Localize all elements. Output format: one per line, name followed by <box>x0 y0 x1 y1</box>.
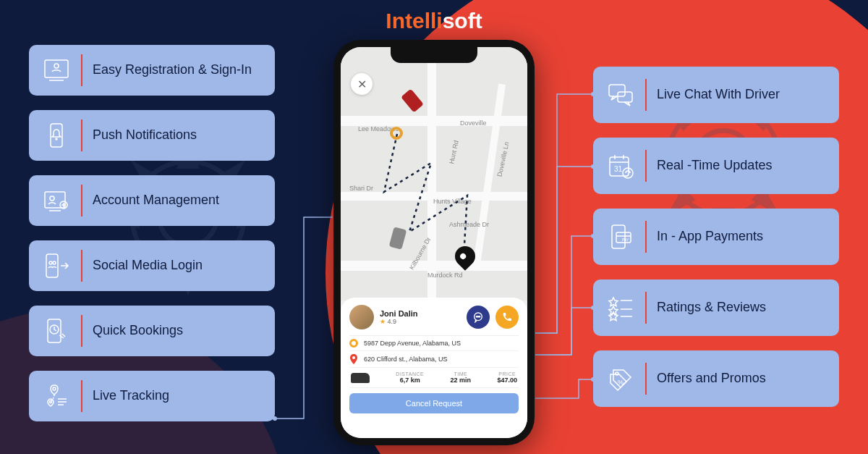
call-driver-button[interactable] <box>495 306 519 329</box>
feature-label: Quick Bookings <box>93 323 183 339</box>
divider <box>645 150 647 182</box>
feature-label: Real -Time Updates <box>657 158 772 174</box>
cancel-request-button[interactable]: Cancel Request <box>349 393 519 413</box>
divider <box>645 221 647 253</box>
map-label: Murdock Rd <box>427 272 463 279</box>
pickup-address-row: 5987 Depp Avenue, Alabama, US <box>349 336 519 351</box>
feature-label: Offers and Promos <box>657 371 766 387</box>
live-tracking-icon <box>39 379 74 413</box>
svg-point-20 <box>49 261 52 264</box>
divider <box>81 119 82 151</box>
feature-social-login: Social Media Login <box>29 240 275 291</box>
divider <box>81 250 82 282</box>
svg-rect-26 <box>609 85 625 96</box>
feature-offers-promos: % Offers and Promos <box>593 350 839 407</box>
feature-in-app-payments: PAY In - App Payments <box>593 209 839 265</box>
quick-booking-icon <box>39 314 74 348</box>
feature-registration: Easy Registration & Sign-In <box>29 45 275 96</box>
svg-point-47 <box>352 356 355 359</box>
svg-point-46 <box>479 316 480 317</box>
feature-label: Easy Registration & Sign-In <box>93 62 252 78</box>
registration-icon <box>39 53 74 88</box>
car-gray-icon <box>389 227 407 250</box>
ride-stats-row: DISTANCE 6,7 km TIME 22 min PRICE $47.00 <box>349 368 519 388</box>
svg-text:PAY: PAY <box>622 237 629 242</box>
feature-label: Ratings & Reviews <box>657 300 766 316</box>
feature-live-chat: Live Chat With Driver <box>593 67 839 123</box>
chat-driver-button[interactable] <box>467 306 490 329</box>
destination-pin-icon <box>349 354 358 364</box>
destination-address: 620 Clifford st., Alabama, US <box>364 356 447 363</box>
driver-info: Joni Dalin ★ 4.9 <box>380 309 461 325</box>
stat-distance: DISTANCE 6,7 km <box>396 371 424 384</box>
svg-point-11 <box>54 64 59 68</box>
star-icon: ★ <box>380 318 386 325</box>
svg-point-16 <box>50 196 54 201</box>
pickup-address: 5987 Depp Avenue, Alabama, US <box>364 340 461 347</box>
map-label: Doveville Ln <box>496 141 511 177</box>
svg-rect-19 <box>46 254 58 277</box>
feature-quick-bookings: Quick Bookings <box>29 306 275 356</box>
svg-point-24 <box>53 387 56 390</box>
stat-price: PRICE $47.00 <box>497 371 517 384</box>
phone-notch <box>391 47 477 63</box>
feature-label: Push Notifications <box>93 127 197 143</box>
divider <box>81 380 82 412</box>
map-view[interactable]: ✕ Lee Meadows Doveville Shari Dr Hunt Rd… <box>341 47 527 300</box>
svg-point-45 <box>477 316 478 317</box>
feature-realtime-updates: 31 Real -Time Updates <box>593 138 839 194</box>
svg-text:%: % <box>618 379 624 386</box>
svg-text:31: 31 <box>614 165 623 173</box>
svg-rect-13 <box>51 124 62 147</box>
driver-rating: ★ 4.9 <box>380 318 461 325</box>
divider <box>645 363 647 395</box>
feature-account-management: Account Management <box>29 175 275 226</box>
svg-rect-10 <box>45 60 68 77</box>
divider <box>81 315 82 347</box>
feature-push-notifications: Push Notifications <box>29 110 275 161</box>
road <box>472 84 506 272</box>
destination-address-row: 620 Clifford st., Alabama, US <box>349 351 519 368</box>
calendar-update-icon: 31 <box>603 148 638 183</box>
brand-part1: Intelli <box>386 9 442 33</box>
map-label: Hunts Village <box>433 198 472 205</box>
svg-point-33 <box>623 168 633 178</box>
feature-live-tracking: Live Tracking <box>29 371 275 421</box>
svg-point-25 <box>50 401 52 403</box>
social-login-icon <box>39 248 74 283</box>
feature-ratings-reviews: Ratings & Reviews <box>593 279 839 336</box>
road <box>427 47 436 300</box>
stat-time: TIME 22 min <box>451 371 472 384</box>
payment-icon: PAY <box>603 219 638 254</box>
features-right-column: Live Chat With Driver 31 Real -Time Upda… <box>593 67 839 407</box>
map-label: Doveville <box>460 119 487 127</box>
svg-rect-34 <box>612 225 625 248</box>
driver-row: Joni Dalin ★ 4.9 <box>349 305 519 336</box>
ratings-icon <box>603 290 638 325</box>
divider <box>81 185 82 217</box>
phone-screen: ✕ Lee Meadows Doveville Shari Dr Hunt Rd… <box>341 47 527 438</box>
pickup-dot-icon <box>349 339 358 348</box>
account-management-icon <box>39 183 74 218</box>
car-red-icon <box>401 88 424 112</box>
features-left-column: Easy Registration & Sign-In Push Notific… <box>29 45 275 421</box>
svg-point-14 <box>56 138 57 140</box>
divider <box>645 79 647 111</box>
feature-label: Live Chat With Driver <box>657 87 780 103</box>
feature-label: Account Management <box>93 193 219 209</box>
pickup-marker <box>390 127 403 140</box>
chat-icon <box>603 77 638 112</box>
feature-label: In - App Payments <box>657 229 763 245</box>
car-mini-icon <box>351 373 370 383</box>
svg-point-44 <box>476 316 477 317</box>
svg-point-21 <box>53 261 56 264</box>
driver-avatar <box>349 305 374 329</box>
feature-label: Live Tracking <box>93 388 169 404</box>
map-label: Shari Dr <box>349 185 373 192</box>
push-notification-icon <box>39 118 74 153</box>
divider <box>645 292 647 324</box>
ride-info-card: Joni Dalin ★ 4.9 5987 Depp Avenue, Alaba… <box>341 298 527 438</box>
feature-label: Social Media Login <box>93 258 203 274</box>
close-button[interactable]: ✕ <box>351 73 373 95</box>
map-label: Hunt Rd <box>448 140 460 164</box>
